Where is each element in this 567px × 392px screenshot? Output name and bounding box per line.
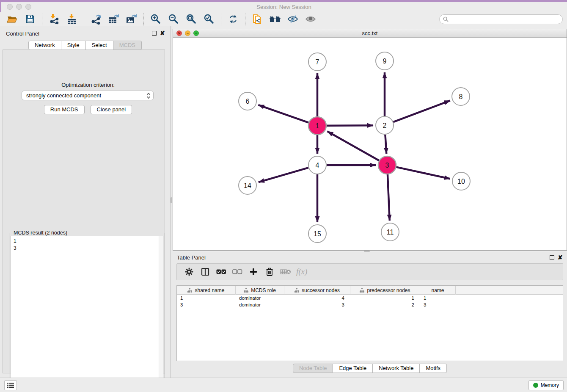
delete-rows-button[interactable]	[263, 265, 276, 278]
memory-status-icon	[533, 383, 538, 388]
attribute-type-icon	[244, 288, 248, 293]
export-table-button[interactable]	[107, 13, 121, 25]
table-cell[interactable]: 3	[420, 301, 456, 308]
tab-edge-table[interactable]: Edge Table	[333, 364, 373, 373]
table-row[interactable]: 1dominator411	[177, 295, 563, 301]
zoom-in-button[interactable]	[149, 13, 162, 25]
refresh-button[interactable]	[226, 13, 240, 25]
window-minimize-button[interactable]	[16, 4, 22, 10]
import-table-button[interactable]	[65, 13, 79, 25]
graph-node-9[interactable]: 9	[376, 52, 394, 70]
memory-button[interactable]: Memory	[528, 380, 564, 390]
hide-graphics-button[interactable]	[286, 13, 300, 25]
view-maximize-button[interactable]: +	[193, 30, 199, 36]
float-table-panel-icon[interactable]	[550, 255, 554, 260]
graph-node-11[interactable]: 11	[381, 223, 399, 241]
show-task-history-button[interactable]	[4, 380, 17, 390]
table-cell[interactable]: 3	[284, 301, 350, 308]
horizontal-splitter-grip[interactable]	[364, 251, 370, 252]
destroy-view-button[interactable]	[268, 13, 282, 25]
edge-4-14[interactable]	[259, 168, 308, 182]
show-column-panel-button[interactable]	[199, 265, 212, 278]
column-header-MCDS-role[interactable]: MCDS role	[236, 286, 284, 295]
network-view-window: ✕ – + scc.txt 7968124314101511	[173, 29, 567, 251]
search-input[interactable]	[449, 15, 562, 23]
tab-mcds[interactable]: MCDS	[113, 41, 142, 50]
optimization-criterion-select[interactable]: strongly connected component	[22, 91, 154, 100]
run-mcds-button[interactable]: Run MCDS	[44, 105, 85, 114]
duplicate-network-view-button[interactable]	[250, 13, 264, 25]
network-view-titlebar[interactable]: ✕ – + scc.txt	[173, 29, 567, 38]
tab-style[interactable]: Style	[61, 41, 86, 50]
view-minimize-button[interactable]: –	[185, 30, 190, 36]
zoom-out-button[interactable]	[167, 13, 180, 25]
mcds-result-list[interactable]: 13	[11, 236, 163, 392]
float-panel-icon[interactable]	[152, 31, 157, 36]
close-panel-icon[interactable]: ✘	[160, 31, 165, 36]
graph-node-1[interactable]: 1	[308, 117, 326, 135]
tab-node-table[interactable]: Node Table	[293, 364, 333, 373]
open-file-button[interactable]	[6, 13, 19, 25]
table-cell[interactable]: dominator	[236, 295, 284, 301]
save-session-button[interactable]	[23, 13, 37, 25]
edge-3-11[interactable]	[388, 174, 390, 221]
table-cell[interactable]: 1	[177, 295, 236, 301]
table-cell[interactable]: 3	[177, 301, 236, 308]
table-cell[interactable]: 4	[284, 295, 350, 301]
zoom-fit-button[interactable]	[184, 13, 198, 25]
table-cell[interactable]: dominator	[236, 301, 284, 308]
checked-boxes-icon	[216, 269, 226, 274]
unselect-all-columns-button[interactable]	[231, 265, 244, 278]
edge-2-8[interactable]	[394, 101, 450, 122]
optimization-criterion-label: Optimization criterion:	[3, 82, 173, 88]
search-field[interactable]	[439, 14, 563, 24]
tab-network-table[interactable]: Network Table	[373, 364, 420, 373]
graph-node-14[interactable]: 14	[239, 177, 256, 194]
edge-2-3[interactable]	[385, 135, 386, 154]
zoom-selected-button[interactable]	[202, 13, 216, 25]
show-graphics-button[interactable]	[304, 13, 317, 25]
table-row[interactable]: 3dominator323	[177, 301, 563, 308]
tab-select[interactable]: Select	[86, 41, 113, 50]
window-zoom-button[interactable]	[25, 4, 31, 10]
column-header-name[interactable]: name	[420, 286, 456, 295]
column-header-shared-name[interactable]: shared name	[177, 286, 236, 295]
column-header-successor-nodes[interactable]: successor nodes	[284, 286, 350, 295]
network-graph-canvas[interactable]: 7968124314101511	[173, 38, 567, 250]
vertical-splitter-grip[interactable]	[171, 197, 172, 203]
column-header-predecessor-nodes[interactable]: predecessor nodes	[350, 286, 420, 295]
import-network-button[interactable]	[47, 13, 61, 25]
graph-node-2[interactable]: 2	[376, 116, 394, 134]
tab-network[interactable]: Network	[28, 41, 61, 50]
graph-node-6[interactable]: 6	[239, 92, 256, 110]
select-all-columns-button[interactable]	[215, 265, 228, 278]
graph-node-3[interactable]: 3	[378, 156, 396, 174]
edge-1-2[interactable]	[327, 125, 373, 126]
mcds-tab-content: Optimization criterion: strongly connect…	[3, 50, 165, 373]
tab-motifs[interactable]: Motifs	[420, 364, 447, 373]
graph-node-10[interactable]: 10	[452, 172, 470, 190]
window-close-button[interactable]	[7, 4, 13, 10]
edge-3-10[interactable]	[396, 167, 450, 179]
function-builder-button[interactable]: f(x)	[296, 267, 307, 276]
graph-node-8[interactable]: 8	[452, 88, 470, 105]
table-cell[interactable]: 1	[350, 295, 420, 301]
table-cell[interactable]: 1	[420, 295, 456, 301]
graph-node-4[interactable]: 4	[308, 156, 326, 174]
control-panel-header: Control Panel ✘	[0, 30, 170, 38]
edge-3-1[interactable]	[328, 131, 379, 160]
result-scrollbar[interactable]	[159, 236, 163, 392]
close-panel-button[interactable]: Close panel	[91, 105, 132, 114]
export-network-button[interactable]	[89, 13, 103, 25]
create-column-button[interactable]	[247, 265, 260, 278]
graph-node-7[interactable]: 7	[308, 53, 326, 71]
view-close-button[interactable]: ✕	[176, 30, 182, 36]
node-table[interactable]: shared nameMCDS rolesuccessor nodesprede…	[176, 285, 563, 361]
edge-1-6[interactable]	[258, 105, 308, 123]
close-table-panel-icon[interactable]: ✘	[558, 255, 563, 260]
table-settings-button[interactable]	[183, 265, 195, 278]
graph-node-15[interactable]: 15	[308, 225, 326, 243]
delete-column-button[interactable]	[279, 265, 292, 278]
table-cell[interactable]: 2	[350, 301, 420, 308]
export-image-button[interactable]	[125, 13, 138, 25]
